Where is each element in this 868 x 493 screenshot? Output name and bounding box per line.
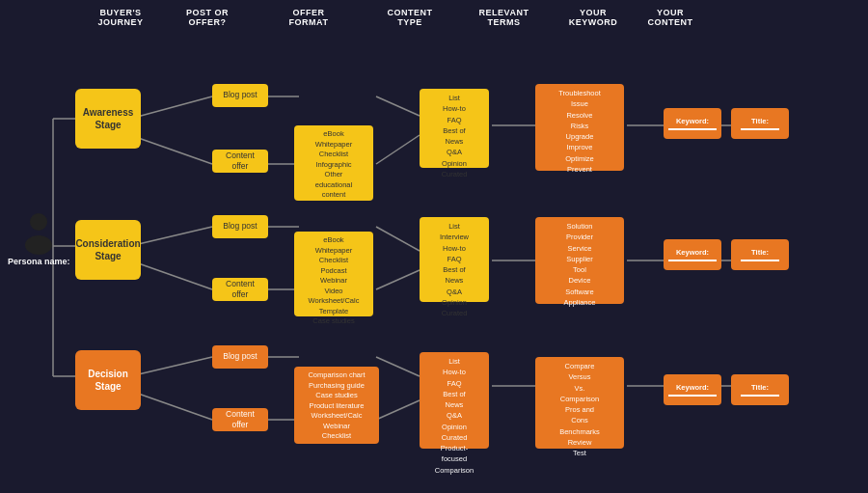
svg-point-31 [30,213,47,231]
awareness-stage-box: AwarenessStage [75,89,141,149]
awareness-content-type-box: ListHow-toFAQBest ofNewsQ&AOpinionCurate… [420,89,489,168]
header-journey: BUYER'SJOURNEY [77,8,164,27]
svg-line-15 [130,391,212,420]
svg-line-5 [376,135,420,164]
header-keyword: YOURKEYWORD [555,8,632,27]
decision-content-offer-box: Contentoffer [212,408,268,431]
main-container: BUYER'SJOURNEY POST OROFFER? OFFERFORMAT… [0,0,868,493]
consideration-offer-format-box: eBookWhitepaperChecklistPodcastWebinarVi… [294,232,373,316]
svg-line-11 [376,227,420,251]
consideration-title-label: Title: [751,248,769,257]
awareness-title-box: Title: [731,108,789,139]
person-icon [21,212,56,255]
svg-line-1 [130,135,212,164]
svg-line-4 [376,96,420,116]
decision-keyword-box: Keyword: [664,374,721,405]
decision-title-box: Title: [731,374,789,405]
awareness-offer-format-box: eBookWhitepaperChecklistInfographicOther… [294,125,373,201]
svg-line-7 [130,227,212,246]
chart-area: Persona name: AwarenessStage Blog post C… [0,29,868,493]
svg-line-8 [130,260,212,289]
decision-keyword-label: Keyword: [676,383,709,392]
awareness-relevant-box: TroubleshootIssueResolveRisksUpgradeImpr… [535,84,624,171]
awareness-title-line [741,128,779,130]
svg-line-18 [376,357,420,376]
decision-title-line [741,395,779,397]
svg-line-14 [130,357,212,376]
consideration-keyword-line [668,260,717,261]
decision-title-label: Title: [751,383,769,392]
decision-stage-box: DecisionStage [75,350,141,410]
persona-label: Persona name: [8,257,70,267]
decision-keyword-line [668,395,717,397]
header-yourcontent: YOURCONTENT [632,8,709,27]
svg-line-0 [130,96,212,119]
header-offer: OFFERFORMAT [251,8,366,27]
consideration-title-box: Title: [731,239,789,270]
consideration-keyword-box: Keyword: [664,239,721,270]
awareness-title-label: Title: [751,117,769,125]
decision-blog-post-box: Blog post [212,345,268,369]
svg-line-19 [376,400,420,420]
consideration-stage-box: ConsiderationStage [75,220,141,280]
awareness-keyword-label: Keyword: [676,117,709,125]
consideration-blog-post-box: Blog post [212,215,268,238]
decision-content-type-box: ListHow-toFAQBest ofNewsQ&AOpinionCurate… [420,352,489,449]
decision-relevant-box: CompareVersusVs.ComparisonPros andConsBe… [535,357,624,449]
consideration-relevant-box: SolutionProviderServiceSupplierToolDevic… [535,217,624,304]
awareness-keyword-box: Keyword: [664,108,721,139]
awareness-keyword-line [668,128,717,130]
awareness-blog-post-box: Blog post [212,84,268,107]
consideration-content-type-box: ListInterviewHow-toFAQBest ofNewsQ&AOpin… [420,217,489,302]
decision-offer-format-box: Comparison chartPurchasing guideCase stu… [294,367,379,444]
header-relevant: RELEVANTTERMS [453,8,555,27]
header-row: BUYER'SJOURNEY POST OROFFER? OFFERFORMAT… [0,0,868,31]
persona-figure: Persona name: [8,212,70,267]
consideration-content-offer-box: Contentoffer [212,278,268,301]
awareness-content-offer-box: Contentoffer [212,150,268,173]
consideration-keyword-label: Keyword: [676,248,709,257]
header-post: POST OROFFER? [164,8,251,27]
svg-point-32 [25,235,52,255]
svg-line-12 [376,270,420,289]
header-content: CONTENTTYPE [366,8,453,27]
consideration-title-line [741,260,779,261]
